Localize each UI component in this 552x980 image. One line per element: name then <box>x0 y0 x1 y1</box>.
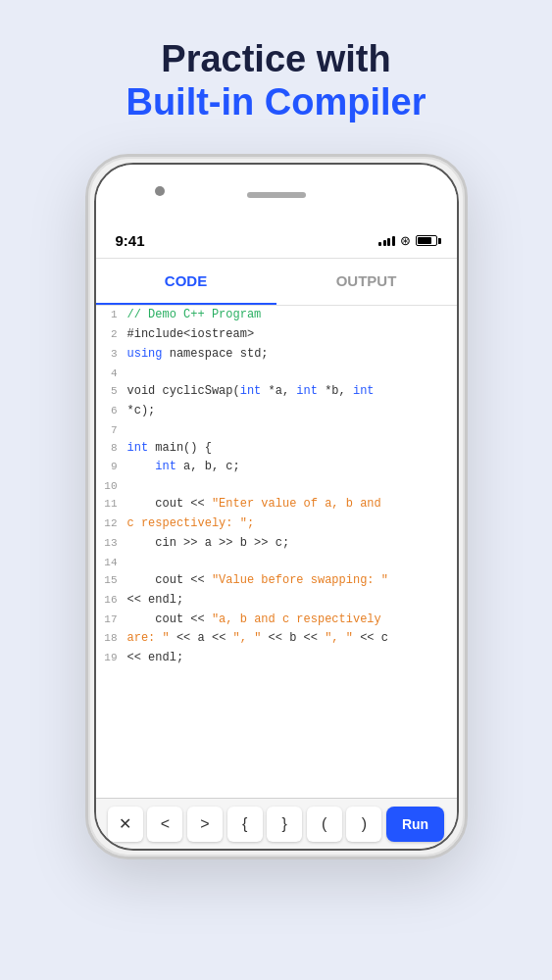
code-line-1: 1 // Demo C++ Program <box>96 306 457 325</box>
wifi-icon: ⊛ <box>400 233 411 248</box>
code-line-17: 17 cout << "a, b and c respectively <box>96 611 457 630</box>
code-line-3: 3 using namespace std; <box>96 345 457 365</box>
signal-bar-3 <box>387 238 390 246</box>
code-editor[interactable]: 1 // Demo C++ Program 2 #include<iostrea… <box>96 306 457 798</box>
close-brace-button[interactable]: } <box>267 807 302 842</box>
code-line-11: 11 cout << "Enter value of a, b and <box>96 495 457 514</box>
status-bar: 9:41 ⊛ <box>96 223 457 259</box>
code-line-15: 15 cout << "Value before swapping: " <box>96 571 457 591</box>
phone-screen: 9:41 ⊛ <box>96 165 457 849</box>
battery-icon <box>416 235 437 246</box>
headline-line2: Built-in Compiler <box>125 80 426 125</box>
code-line-16: 16 << endl; <box>96 591 457 611</box>
page-container: Practice with Built-in Compiler 9:41 <box>0 0 552 980</box>
code-line-9: 9 int a, b, c; <box>96 458 457 477</box>
code-line-13: 13 cin >> a >> b >> c; <box>96 534 457 554</box>
close-button[interactable]: ✕ <box>108 807 143 842</box>
code-line-8: 8 int main() { <box>96 439 457 459</box>
battery-fill <box>418 237 431 244</box>
keyboard-bar: ✕ < > { } ( ) Run <box>96 798 457 849</box>
code-line-14: 14 <box>96 554 457 571</box>
speaker-icon <box>247 192 306 198</box>
signal-bar-1 <box>378 242 381 246</box>
headline-container: Practice with Built-in Compiler <box>86 39 465 124</box>
signal-bar-2 <box>383 240 386 246</box>
code-line-7: 7 <box>96 421 457 439</box>
phone-top-bar <box>96 165 457 223</box>
tab-output[interactable]: OUTPUT <box>276 259 457 305</box>
camera-icon <box>155 186 165 196</box>
code-line-18: 18 are: " << a << ", " << b << ", " << c <box>96 629 457 649</box>
status-time: 9:41 <box>116 232 145 249</box>
open-brace-button[interactable]: { <box>227 807 263 842</box>
volume-down-button[interactable] <box>85 318 87 353</box>
open-paren-button[interactable]: ( <box>307 807 342 842</box>
signal-bar-4 <box>392 236 395 246</box>
run-button[interactable]: Run <box>386 807 444 842</box>
signal-icon <box>378 236 395 246</box>
tab-code[interactable]: CODE <box>96 259 276 305</box>
code-line-4: 4 <box>96 365 457 382</box>
less-than-button[interactable]: < <box>147 807 182 842</box>
status-icons: ⊛ <box>378 233 437 248</box>
power-button[interactable] <box>466 294 468 353</box>
close-paren-button[interactable]: ) <box>346 807 381 842</box>
volume-up-button[interactable] <box>85 274 87 309</box>
code-line-2: 2 #include<iostream> <box>96 325 457 345</box>
phone-frame: 9:41 ⊛ <box>85 154 468 859</box>
code-line-10: 10 <box>96 477 457 495</box>
headline-line1: Practice with <box>125 39 426 80</box>
code-line-12: 12 c respectively: "; <box>96 514 457 534</box>
phone-inner: 9:41 ⊛ <box>94 163 459 851</box>
code-line-6: 6 *c); <box>96 402 457 421</box>
code-line-5: 5 void cyclicSwap(int *a, int *b, int <box>96 382 457 402</box>
tab-bar: CODE OUTPUT <box>96 259 457 306</box>
greater-than-button[interactable]: > <box>187 807 223 842</box>
code-line-19: 19 << endl; <box>96 649 457 668</box>
